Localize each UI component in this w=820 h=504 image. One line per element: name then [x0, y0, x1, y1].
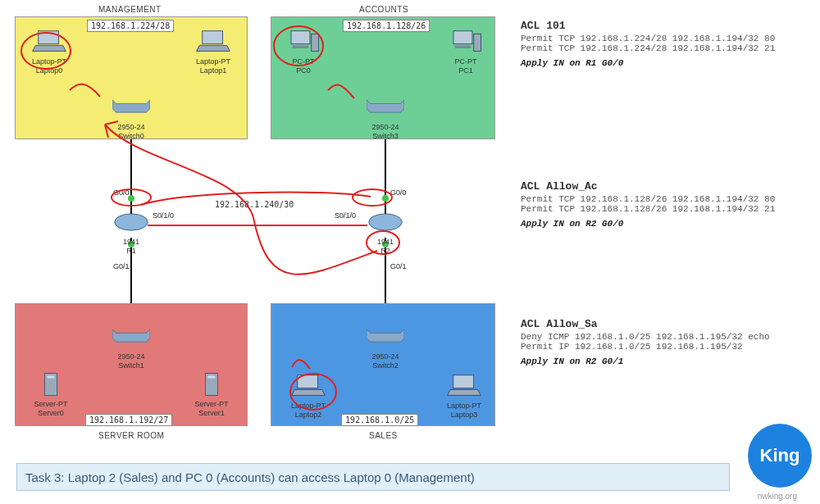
- iface-r1-s010: S0/1/0: [153, 211, 174, 220]
- svg-rect-34: [291, 31, 310, 44]
- svg-rect-36: [293, 45, 308, 48]
- device-switch2[interactable]: 2950-24 Switch2: [359, 325, 412, 370]
- acl-allow-ac: ACL Allow_Ac Permit TCP 192.168.1.128/26…: [521, 180, 816, 229]
- svg-rect-46: [208, 376, 216, 379]
- server-icon: [32, 372, 70, 397]
- king-logo: King: [748, 424, 812, 488]
- diagram: MANAGEMENT ACCOUNTS SERVER ROOM SALES 19…: [0, 0, 508, 451]
- router-icon: [112, 210, 150, 234]
- svg-rect-38: [474, 34, 481, 51]
- svg-marker-51: [448, 389, 481, 395]
- switch-icon: [367, 325, 404, 349]
- device-pc1[interactable]: PC-PT PC1: [440, 30, 492, 75]
- svg-marker-52: [367, 329, 404, 342]
- device-server1[interactable]: Server-PT Server1: [185, 372, 238, 417]
- device-switch0[interactable]: 2950-24 Switch0: [105, 95, 157, 140]
- iface-r1-g01: G0/1: [113, 262, 130, 270]
- acl-101: ACL 101 Permit TCP 192.168.1.224/28 192.…: [521, 20, 816, 68]
- svg-marker-49: [292, 389, 326, 395]
- subnet-acct: 192.168.1.128/26: [343, 20, 430, 32]
- svg-marker-47: [112, 329, 150, 342]
- svg-rect-39: [455, 45, 471, 48]
- svg-point-41: [115, 214, 148, 230]
- svg-rect-50: [453, 375, 474, 388]
- device-laptop2[interactable]: Laptop-PT Laptop2: [282, 374, 335, 419]
- laptop-icon: [194, 30, 232, 54]
- acl-allow-sa: ACL Allow_Sa Deny ICMP 192.168.1.0/25 19…: [521, 318, 816, 366]
- svg-rect-44: [48, 376, 55, 379]
- watermark: nwking.org: [758, 492, 797, 501]
- switch-icon: [367, 95, 404, 120]
- svg-rect-35: [312, 34, 319, 51]
- subnet-srv: 192.168.1.192/27: [85, 414, 172, 426]
- subnet-mgmt: 192.168.1.224/28: [87, 20, 174, 32]
- switch-icon: [112, 95, 150, 120]
- zone-title-mgmt: MANAGEMENT: [98, 5, 162, 14]
- laptop-icon: [289, 374, 327, 398]
- device-switch3[interactable]: 2950-24 Switch3: [359, 95, 412, 140]
- svg-rect-48: [298, 375, 318, 388]
- iface-r2-s010: S0/1/0: [335, 211, 356, 220]
- iface-r2-g00: G0/0: [390, 188, 407, 197]
- task-text: Task 3: Laptop 2 (Sales) and PC 0 (Accou…: [25, 470, 475, 484]
- laptop-icon: [30, 30, 68, 54]
- zone-title-acct: ACCOUNTS: [359, 5, 408, 14]
- svg-rect-37: [453, 31, 472, 44]
- subnet-sales: 192.168.1.0/25: [341, 414, 418, 426]
- iface-r1-g00: G0/0: [113, 188, 130, 197]
- svg-rect-29: [39, 31, 59, 44]
- zone-title-sales: SALES: [369, 431, 398, 440]
- svg-rect-31: [203, 31, 223, 44]
- device-server0[interactable]: Server-PT Server0: [25, 372, 77, 417]
- zone-title-srv: SERVER ROOM: [98, 431, 164, 440]
- switch-icon: [112, 325, 150, 349]
- router-icon: [367, 210, 404, 234]
- pc-icon: [285, 30, 322, 54]
- device-laptop0[interactable]: Laptop-PT Laptop0: [23, 30, 75, 75]
- svg-marker-33: [112, 100, 150, 112]
- task-bar: Task 3: Laptop 2 (Sales) and PC 0 (Accou…: [16, 463, 730, 491]
- svg-marker-40: [367, 100, 404, 112]
- svg-point-42: [369, 214, 402, 230]
- pc-icon: [447, 30, 485, 54]
- wan-subnet: 192.168.1.240/30: [215, 200, 294, 209]
- device-r2[interactable]: 1941 R2: [359, 210, 412, 255]
- device-laptop3[interactable]: Laptop-PT Laptop3: [438, 374, 490, 419]
- server-icon: [193, 372, 230, 397]
- device-switch1[interactable]: 2950-24 Switch1: [105, 325, 157, 370]
- iface-r2-g01: G0/1: [390, 262, 407, 270]
- device-laptop1[interactable]: Laptop-PT Laptop1: [187, 30, 239, 75]
- device-r1[interactable]: 1941 R1: [105, 210, 157, 255]
- laptop-icon: [445, 374, 483, 398]
- svg-marker-30: [33, 45, 66, 51]
- device-pc0[interactable]: PC-PT PC0: [277, 30, 330, 75]
- svg-marker-32: [197, 45, 230, 51]
